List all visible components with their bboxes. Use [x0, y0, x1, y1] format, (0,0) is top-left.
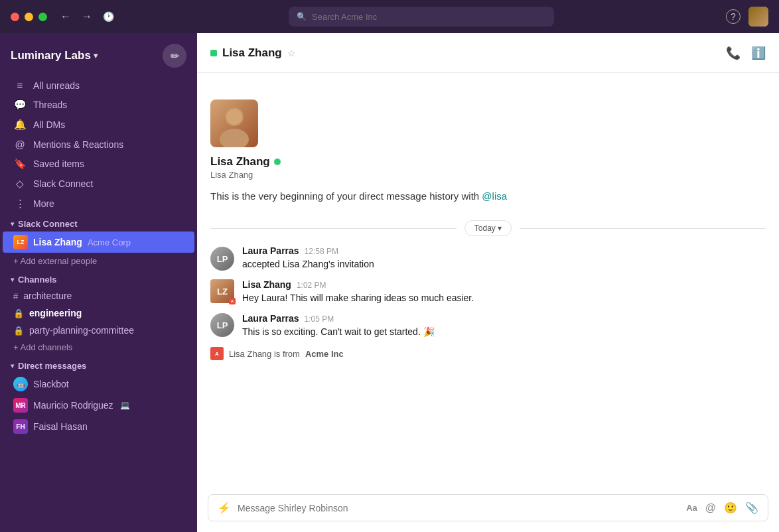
- saved-icon: 🔖: [13, 158, 27, 170]
- table-row: LP Laura Parras 1:05 PM This is so excit…: [197, 309, 779, 343]
- laura-parras-avatar: LP: [210, 247, 234, 271]
- workspace-header: Luminary Labs ▾ ✏: [0, 33, 197, 76]
- slack-connect-chevron-icon: ▾: [11, 220, 14, 228]
- star-button[interactable]: ☆: [287, 48, 296, 58]
- sidebar-item-all-unreads[interactable]: ≡ All unreads: [3, 76, 194, 95]
- attachment-button[interactable]: 📎: [745, 501, 758, 514]
- main-layout: Luminary Labs ▾ ✏ ≡ All unreads 💬 Thread…: [0, 33, 779, 532]
- nav-arrows: ← →: [58, 8, 95, 25]
- lightning-icon: ⚡: [218, 501, 231, 514]
- add-channels-button[interactable]: + Add channels: [3, 339, 194, 356]
- laura-parras-avatar-2: LP: [210, 313, 234, 337]
- phone-button[interactable]: 📞: [726, 46, 741, 60]
- sidebar-channel-architecture[interactable]: # architecture: [3, 287, 194, 304]
- channels-chevron-icon: ▾: [11, 276, 14, 283]
- mention-link[interactable]: @lisa: [482, 190, 507, 202]
- message-header: Laura Parras 1:05 PM: [242, 313, 766, 324]
- traffic-lights: [11, 13, 47, 21]
- messages-area[interactable]: Lisa Zhang Lisa Zhang This is the very b…: [197, 73, 779, 489]
- acme-logo: A: [210, 347, 224, 360]
- workspace-chevron-icon: ▾: [94, 51, 98, 60]
- maximize-button[interactable]: [38, 13, 47, 21]
- table-row: LZ A Lisa Zhang 1:02 PM Hey Laura! This …: [197, 275, 779, 309]
- external-banner: A Lisa Zhang is from Acme Inc: [197, 343, 779, 364]
- titlebar: ← → 🕐 🔍 ?: [0, 0, 779, 33]
- workspace-name[interactable]: Luminary Labs ▾: [11, 49, 98, 62]
- lisa-zhang-msg-avatar: LZ A: [210, 279, 234, 303]
- intro-avatar: [210, 100, 258, 147]
- intro-message: This is the very beginning of your direc…: [210, 190, 507, 202]
- direct-messages-section-header[interactable]: ▾ Direct messages: [0, 356, 197, 373]
- chat-intro: Lisa Zhang Lisa Zhang This is the very b…: [197, 73, 779, 215]
- lisa-zhang-avatar: LZ: [13, 235, 28, 249]
- date-badge[interactable]: Today ▾: [464, 220, 512, 236]
- close-button[interactable]: [11, 13, 19, 21]
- sidebar-dm-faisal[interactable]: FH Faisal Hasan: [3, 416, 194, 437]
- chat-header-left: Lisa Zhang ☆: [210, 46, 726, 60]
- message-input[interactable]: [238, 503, 679, 513]
- message-content: Laura Parras 1:05 PM This is so exciting…: [242, 313, 766, 339]
- sidebar-item-lisa-zhang[interactable]: LZ Lisa Zhang Acme Corp: [3, 232, 194, 253]
- info-button[interactable]: ℹ️: [751, 46, 766, 60]
- back-button[interactable]: ←: [58, 8, 74, 25]
- sidebar-dm-slackbot[interactable]: 🤖 Slackbot: [3, 373, 194, 395]
- add-external-people-button[interactable]: + Add external people: [3, 253, 194, 269]
- sidebar: Luminary Labs ▾ ✏ ≡ All unreads 💬 Thread…: [0, 33, 197, 532]
- user-avatar-titlebar[interactable]: [748, 7, 768, 27]
- sidebar-item-mentions[interactable]: @ Mentions & Reactions: [3, 135, 194, 154]
- intro-subtitle: Lisa Zhang: [210, 170, 253, 180]
- all-unreads-icon: ≡: [13, 80, 27, 91]
- message-input-area: ⚡ Aa @ 🙂 📎: [197, 489, 779, 532]
- sidebar-item-saved[interactable]: 🔖 Saved items: [3, 154, 194, 174]
- intro-status-dot: [274, 159, 281, 165]
- mention-button[interactable]: @: [705, 502, 716, 514]
- slackbot-avatar: 🤖: [13, 377, 28, 391]
- more-icon: ⋮: [13, 198, 27, 210]
- acme-company-name: Acme Inc: [305, 349, 344, 359]
- slack-connect-nav-icon: ◇: [13, 178, 27, 190]
- search-input[interactable]: [312, 12, 546, 22]
- text-format-button[interactable]: Aa: [686, 503, 697, 513]
- date-divider: Today ▾: [197, 215, 779, 241]
- minimize-button[interactable]: [25, 13, 33, 21]
- sidebar-item-more[interactable]: ⋮ More: [3, 194, 194, 214]
- message-text: accepted Lisa Zhang's invitation: [242, 257, 766, 271]
- message-header: Lisa Zhang 1:02 PM: [242, 279, 766, 290]
- search-icon: 🔍: [297, 12, 307, 21]
- history-button[interactable]: 🕐: [100, 9, 117, 25]
- sidebar-channel-engineering[interactable]: 🔒 engineering: [3, 304, 194, 322]
- dm-section-chevron-icon: ▾: [11, 362, 14, 369]
- sidebar-dm-mauricio[interactable]: MR Mauricio Rodriguez 💻: [3, 395, 194, 416]
- message-text: This is so exciting. Can't wait to get s…: [242, 325, 766, 339]
- faisal-avatar: FH: [13, 419, 28, 434]
- threads-icon: 💬: [13, 99, 27, 111]
- svg-point-1: [220, 129, 249, 147]
- slack-connect-section-header[interactable]: ▾ Slack Connect: [0, 214, 197, 232]
- table-row: LP Laura Parras 12:58 PM accepted Lisa Z…: [197, 241, 779, 275]
- channels-section-header[interactable]: ▾ Channels: [0, 269, 197, 287]
- message-text: Hey Laura! This will make sharing ideas …: [242, 291, 766, 305]
- sidebar-item-slack-connect-nav[interactable]: ◇ Slack Connect: [3, 174, 194, 194]
- mauricio-avatar: MR: [13, 398, 28, 413]
- input-actions: Aa @ 🙂 📎: [686, 501, 758, 514]
- compose-button[interactable]: ✏: [163, 44, 186, 68]
- message-header: Laura Parras 12:58 PM: [242, 245, 766, 256]
- chat-header: Lisa Zhang ☆ 📞 ℹ️: [197, 33, 779, 73]
- mentions-icon: @: [13, 139, 27, 150]
- main-content: Lisa Zhang ☆ 📞 ℹ️: [197, 33, 779, 532]
- search-bar[interactable]: 🔍: [289, 7, 554, 27]
- message-content: Lisa Zhang 1:02 PM Hey Laura! This will …: [242, 279, 766, 305]
- all-dms-icon: 🔔: [13, 119, 27, 131]
- sidebar-item-threads[interactable]: 💬 Threads: [3, 95, 194, 115]
- message-content: Laura Parras 12:58 PM accepted Lisa Zhan…: [242, 245, 766, 271]
- chat-header-actions: 📞 ℹ️: [726, 46, 766, 60]
- chat-title: Lisa Zhang: [222, 46, 282, 60]
- help-button[interactable]: ?: [726, 9, 741, 24]
- intro-name-row: Lisa Zhang: [210, 155, 281, 168]
- message-input-box: ⚡ Aa @ 🙂 📎: [208, 494, 768, 521]
- online-indicator: [210, 50, 217, 56]
- sidebar-channel-party-planning[interactable]: 🔒 party-planning-committee: [3, 322, 194, 339]
- forward-button[interactable]: →: [79, 8, 95, 25]
- sidebar-item-all-dms[interactable]: 🔔 All DMs: [3, 115, 194, 135]
- emoji-button[interactable]: 🙂: [724, 501, 737, 514]
